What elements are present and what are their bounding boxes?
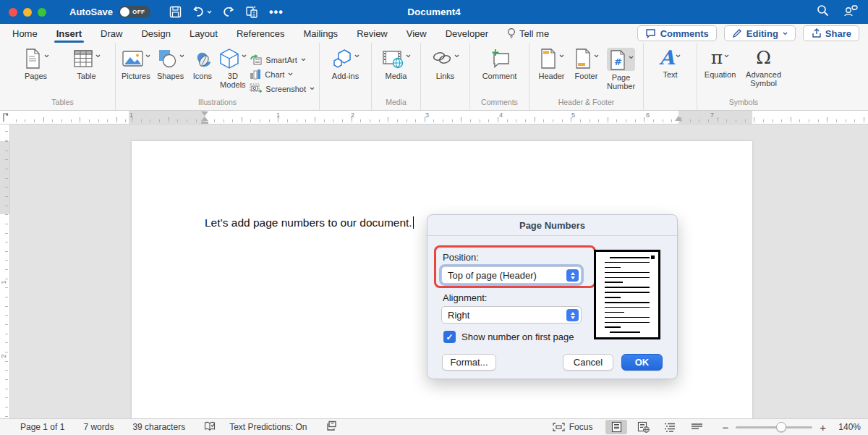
indent-markers[interactable]	[201, 111, 209, 124]
equation-button[interactable]: π Equation	[702, 48, 739, 79]
comments-button[interactable]: Comments	[637, 25, 717, 41]
ribbon-group-tables: Pages Table Tables	[10, 43, 116, 110]
hanging-indent-marker[interactable]	[201, 117, 208, 121]
tab-stop-selector-icon[interactable]	[2, 112, 11, 122]
search-icon[interactable]	[817, 4, 829, 20]
dropdown-stepper-icon	[566, 269, 579, 282]
format-button[interactable]: Format...	[442, 354, 496, 371]
tab-references[interactable]: References	[236, 26, 285, 41]
maximize-window-button[interactable]	[38, 8, 46, 17]
draft-view-button[interactable]	[686, 420, 707, 434]
chevron-down-icon	[95, 54, 101, 58]
quick-access-toolbar: •••	[169, 6, 284, 19]
ribbon-group-symbols: π Equation Ω Advanced Symbol Symbols	[697, 43, 790, 110]
close-window-button[interactable]	[9, 8, 17, 17]
focus-button[interactable]: Focus	[553, 422, 593, 432]
text-button[interactable]: A Text	[652, 48, 689, 79]
web-layout-view-button[interactable]	[632, 420, 654, 434]
addins-button[interactable]: Add-ins	[327, 48, 365, 80]
copy-format-icon[interactable]	[245, 6, 259, 19]
new-comment-icon	[488, 48, 511, 69]
tab-layout[interactable]: Layout	[189, 26, 218, 41]
page-numbers-dialog: Page Numbers Position: Top of page (Head…	[427, 214, 678, 379]
account-people-icon[interactable]	[843, 4, 858, 20]
ok-button[interactable]: OK	[621, 354, 663, 371]
autosave-label: AutoSave	[69, 7, 113, 17]
share-button[interactable]: Share	[803, 25, 859, 41]
macro-record-icon[interactable]	[326, 421, 337, 434]
footer-button[interactable]: Footer	[571, 48, 603, 80]
text-predictions[interactable]: Text Predictions: On	[229, 422, 307, 432]
right-indent-marker[interactable]	[675, 116, 682, 121]
chevron-down-icon	[179, 54, 184, 58]
pictures-button[interactable]: Pictures	[120, 48, 152, 80]
shapes-button[interactable]: Shapes	[155, 48, 187, 80]
ruler-number: 1	[0, 280, 7, 284]
tab-design[interactable]: Design	[140, 26, 171, 41]
undo-icon[interactable]	[192, 6, 212, 18]
position-dropdown[interactable]: Top of page (Header)	[441, 266, 582, 284]
tab-home[interactable]: Home	[12, 26, 38, 41]
char-count[interactable]: 39 characters	[132, 422, 185, 432]
tab-insert[interactable]: Insert	[56, 26, 82, 41]
tab-draw[interactable]: Draw	[100, 26, 123, 41]
redo-icon[interactable]	[222, 6, 235, 18]
icons-button[interactable]: Icons	[189, 48, 216, 80]
autosave-toggle[interactable]: OFF	[119, 6, 150, 18]
zoom-out-button[interactable]: −	[718, 421, 733, 434]
links-group-label	[425, 98, 465, 110]
header-button[interactable]: Header	[536, 48, 568, 80]
chart-button[interactable]: Chart	[250, 69, 315, 80]
screenshot-button[interactable]: Screenshot	[250, 83, 315, 94]
svg-text:#: #	[614, 56, 622, 67]
comment-button[interactable]: Comment	[477, 48, 522, 80]
tab-developer[interactable]: Developer	[445, 26, 489, 41]
chevron-down-icon	[44, 54, 49, 58]
cancel-button[interactable]: Cancel	[563, 354, 613, 371]
ruler-number: 2	[351, 111, 354, 119]
left-indent-marker[interactable]	[201, 122, 208, 124]
word-count[interactable]: 7 words	[83, 422, 114, 432]
ribbon-group-links: Links	[421, 43, 470, 110]
tell-me-label: Tell me	[519, 28, 549, 39]
show-number-checkbox[interactable]: ✓	[443, 331, 456, 343]
ribbon-group-media: Media Media	[372, 43, 421, 110]
ribbon-group-text: A Text	[644, 43, 697, 110]
media-button[interactable]: Media	[378, 48, 415, 80]
minimize-window-button[interactable]	[23, 8, 32, 17]
editing-button[interactable]: Editing	[724, 25, 796, 41]
screenshot-label: Screenshot	[265, 85, 306, 93]
tab-review[interactable]: Review	[356, 26, 388, 41]
tell-me-button[interactable]: Tell me	[506, 25, 550, 41]
tab-mailings[interactable]: Mailings	[302, 26, 339, 41]
3d-models-button[interactable]: 3D Models	[218, 48, 247, 89]
autosave-state: OFF	[132, 9, 145, 15]
more-commands-icon[interactable]: •••	[269, 9, 284, 16]
draft-icon	[691, 423, 703, 431]
outline-view-button[interactable]	[659, 420, 681, 434]
page-count[interactable]: Page 1 of 1	[20, 422, 64, 432]
chevron-down-icon	[310, 87, 315, 90]
save-icon[interactable]	[169, 6, 182, 18]
table-icon	[72, 48, 94, 69]
chevron-down-icon	[594, 54, 599, 58]
zoom-level[interactable]: 140%	[830, 422, 861, 432]
smartart-button[interactable]: SmartArt	[250, 54, 315, 65]
zoom-slider[interactable]	[736, 426, 812, 428]
alignment-dropdown[interactable]: Right	[441, 306, 582, 324]
proofing-icon[interactable]	[204, 421, 216, 434]
links-button[interactable]: Links	[427, 48, 464, 80]
print-layout-view-button[interactable]	[605, 420, 627, 434]
first-line-indent-marker[interactable]	[201, 111, 208, 116]
table-button[interactable]: Table	[68, 48, 106, 80]
position-value: Top of page (Header)	[448, 270, 537, 281]
page-number-button[interactable]: # Page Number	[605, 48, 637, 90]
pages-button[interactable]: Pages	[20, 48, 52, 80]
advanced-symbol-button[interactable]: Ω Advanced Symbol	[741, 48, 786, 88]
zoom-in-button[interactable]: +	[815, 421, 830, 434]
dropdown-stepper-icon	[566, 309, 579, 321]
zoom-slider-knob[interactable]	[776, 422, 786, 432]
media-label: Media	[386, 72, 407, 80]
tab-view[interactable]: View	[406, 26, 427, 41]
media-icon	[382, 48, 404, 69]
